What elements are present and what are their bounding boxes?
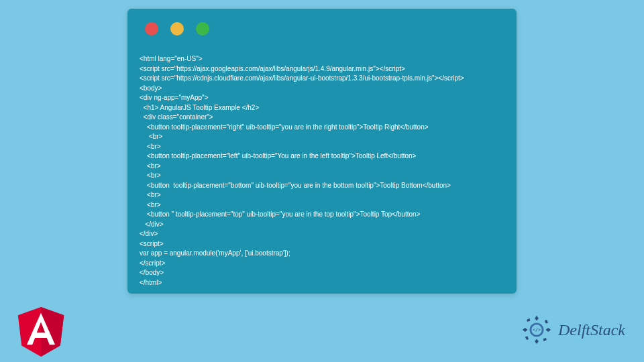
minimize-icon	[170, 22, 184, 36]
svg-marker-1	[41, 307, 64, 357]
svg-marker-9	[527, 318, 530, 322]
code-text: <html lang="en-US"> <script src="https:/…	[140, 54, 504, 288]
svg-marker-5	[543, 338, 547, 341]
maximize-icon	[196, 22, 209, 36]
code-block: <html lang="en-US"> <script src="https:/…	[127, 36, 517, 294]
svg-marker-3	[545, 320, 548, 323]
svg-text:</>: </>	[533, 327, 541, 333]
angular-logo-icon	[17, 307, 64, 357]
close-icon	[145, 22, 158, 36]
svg-marker-6	[535, 339, 539, 344]
delftstack-brand: </> DelftStack	[521, 314, 625, 346]
svg-marker-8	[523, 328, 528, 332]
delftstack-logo-icon: </>	[521, 314, 553, 346]
svg-marker-7	[525, 337, 529, 340]
window-controls	[127, 9, 517, 36]
svg-marker-4	[545, 328, 551, 332]
code-window: <html lang="en-US"> <script src="https:/…	[127, 9, 517, 294]
svg-marker-2	[535, 316, 539, 321]
brand-text: DelftStack	[558, 321, 625, 339]
